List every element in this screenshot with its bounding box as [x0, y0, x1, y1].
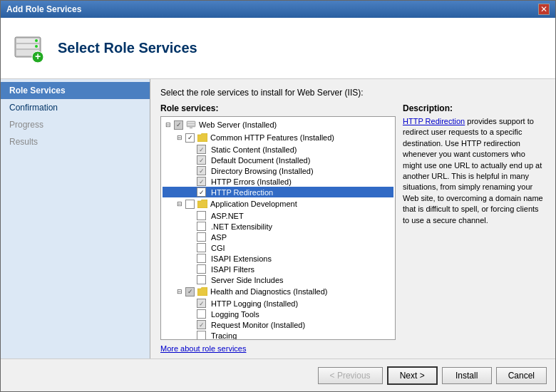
footer: < Previous Next > Install Cancel	[1, 359, 555, 391]
tree-row[interactable]: CGI	[163, 242, 393, 253]
next-button[interactable]: Next >	[387, 366, 438, 385]
tree-item-label: ISAPI Filters	[211, 265, 254, 274]
tree-row[interactable]: Logging Tools	[163, 309, 393, 319]
tree-checkbox[interactable]: ✓	[174, 120, 183, 130]
tree-row[interactable]: ✓Static Content (Installed)	[163, 144, 393, 155]
tree-row[interactable]: ASP.NET	[163, 210, 393, 221]
tree-checkbox[interactable]	[185, 200, 195, 209]
svg-text:+: +	[35, 51, 41, 62]
tree-item-label: Tracing	[211, 331, 237, 340]
tree-expand[interactable]: ⊟	[174, 286, 185, 297]
tree-item-label: Common HTTP Features (Installed)	[210, 133, 334, 142]
tree-row[interactable]: ISAPI Extensions	[163, 253, 393, 264]
title-bar: Add Role Services ✕	[1, 1, 555, 18]
tree-row[interactable]: ✓Request Monitor (Installed)	[163, 319, 393, 330]
previous-button[interactable]: < Previous	[318, 367, 383, 384]
tree-item-label: Web Server (Installed)	[199, 120, 277, 129]
tree-row[interactable]: ✓Default Document (Installed)	[163, 155, 393, 165]
tree-row[interactable]: ⊟✓ Common HTTP Features (Installed)	[163, 131, 393, 144]
tree-row[interactable]: ⊟✓ Web Server (Installed)	[163, 118, 393, 131]
install-button[interactable]: Install	[442, 367, 492, 384]
tree-container[interactable]: ⊟✓ Web Server (Installed)⊟✓ Common HTTP …	[160, 116, 396, 340]
window-title: Add Role Services	[6, 4, 81, 14]
server-tree-icon	[185, 120, 197, 130]
tree-expand[interactable]: ⊟	[174, 132, 185, 143]
svg-point-5	[35, 45, 38, 48]
tree-item-label: CGI	[211, 244, 225, 252]
tree-row[interactable]: Server Side Includes	[163, 274, 393, 285]
tree-checkbox[interactable]	[197, 254, 206, 263]
folder-icon	[197, 133, 208, 143]
header-area: + Select Role Services	[1, 18, 555, 79]
tree-row[interactable]: ⊟✓ Health and Diagnostics (Installed)	[163, 285, 393, 298]
tree-item-label: ASP.NET	[211, 212, 244, 220]
tree-checkbox: ✓	[197, 166, 206, 175]
tree-checkbox[interactable]	[197, 243, 206, 252]
tree-row[interactable]: Tracing	[163, 330, 393, 340]
main-window: Add Role Services ✕ + Select Role Servic…	[0, 0, 556, 392]
sidebar-item-confirmation[interactable]: Confirmation	[1, 99, 150, 116]
svg-point-4	[35, 39, 38, 42]
folder-icon	[197, 199, 208, 209]
main-instruction: Select the role services to install for …	[160, 88, 545, 98]
more-about-link[interactable]: More about role services	[160, 344, 246, 353]
sidebar-item-role-services[interactable]: Role Services	[1, 82, 150, 99]
tree-checkbox[interactable]	[197, 264, 206, 274]
header-title: Select Role Services	[58, 40, 197, 56]
cancel-button[interactable]: Cancel	[496, 367, 547, 384]
tree-row[interactable]: ✓HTTP Errors (Installed)	[163, 176, 393, 187]
tree-expand[interactable]: ⊟	[174, 198, 185, 210]
tree-item-label: Health and Diagnostics (Installed)	[210, 287, 327, 296]
tree-item-label: ASP	[211, 233, 227, 242]
tree-item-label: HTTP Logging (Installed)	[211, 299, 298, 308]
tree-checkbox: ✓	[197, 177, 206, 186]
sidebar: Role Services Confirmation Progress Resu…	[1, 79, 150, 359]
tree-checkbox[interactable]	[197, 309, 206, 319]
tree-row[interactable]: ✓HTTP Redirection	[163, 187, 393, 197]
tree-checkbox[interactable]	[197, 211, 206, 220]
tree-item-label: HTTP Redirection	[211, 188, 273, 197]
tree-row[interactable]: ASP	[163, 232, 393, 242]
tree-checkbox[interactable]: ✓	[197, 187, 206, 197]
description-body: provides support to redirect user reques…	[403, 117, 543, 225]
tree-checkbox[interactable]: ✓	[185, 287, 195, 296]
tree-item-label: Default Document (Installed)	[211, 156, 310, 165]
tree-item-label: Server Side Includes	[211, 276, 284, 284]
tree-row[interactable]: ISAPI Filters	[163, 264, 393, 274]
tree-row[interactable]: ✓Directory Browsing (Installed)	[163, 165, 393, 176]
tree-checkbox: ✓	[197, 145, 206, 154]
tree-item-label: .NET Extensibility	[211, 222, 272, 231]
tree-checkbox[interactable]	[197, 275, 206, 284]
tree-item-label: Static Content (Installed)	[211, 145, 297, 154]
tree-checkbox: ✓	[197, 320, 206, 329]
tree-checkbox[interactable]: ✓	[185, 133, 195, 143]
tree-row[interactable]: .NET Extensibility	[163, 221, 393, 232]
tree-row[interactable]: ✓HTTP Logging (Installed)	[163, 298, 393, 309]
tree-checkbox[interactable]	[197, 222, 206, 231]
sidebar-item-results: Results	[1, 133, 150, 150]
tree-item-label: Request Monitor (Installed)	[211, 321, 305, 329]
more-link-area: More about role services	[160, 344, 396, 353]
tree-checkbox[interactable]	[197, 232, 206, 242]
folder-icon	[197, 287, 208, 296]
content-area: Role Services Confirmation Progress Resu…	[1, 79, 555, 359]
tree-checkbox: ✓	[197, 155, 206, 165]
tree-checkbox[interactable]	[197, 331, 206, 340]
tree-item-label: Logging Tools	[211, 310, 259, 319]
tree-expand[interactable]: ⊟	[163, 119, 174, 130]
svg-rect-9	[187, 122, 195, 123]
role-services-panel: Role services: ⊟✓ Web Server (Installed)…	[160, 103, 396, 353]
panel-label: Role services:	[160, 103, 396, 113]
tree-checkbox: ✓	[197, 299, 206, 308]
tree-item-label: ISAPI Extensions	[211, 254, 272, 263]
tree-item-label: Application Development	[210, 200, 297, 208]
description-link[interactable]: HTTP Redirection	[403, 117, 465, 125]
svg-rect-11	[190, 128, 192, 128]
close-button[interactable]: ✕	[538, 4, 550, 15]
tree-row[interactable]: ⊟ Application Development	[163, 197, 393, 210]
main-panel: Select the role services to install for …	[150, 79, 555, 359]
tree-item-label: HTTP Errors (Installed)	[211, 177, 292, 186]
svg-rect-10	[187, 124, 195, 125]
tree-item-label: Directory Browsing (Installed)	[211, 167, 314, 175]
sidebar-item-progress: Progress	[1, 116, 150, 133]
